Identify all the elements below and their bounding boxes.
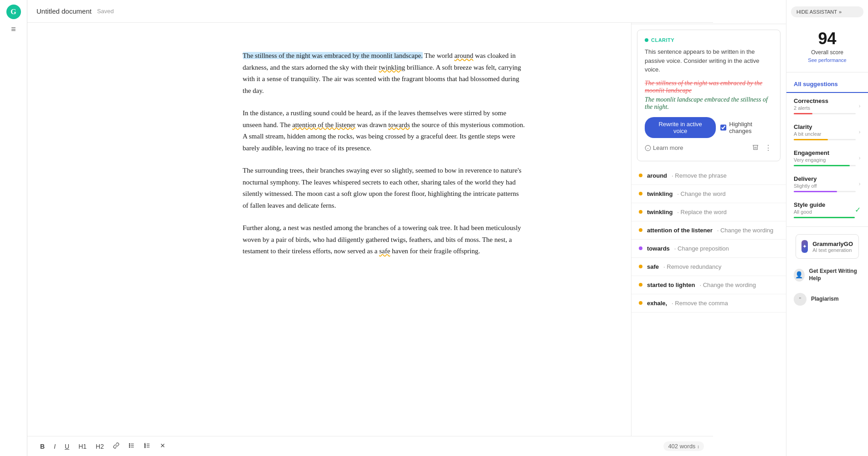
h2-button[interactable]: H2 <box>92 440 108 453</box>
editor-container: The stillness of the night was embraced … <box>55 0 713 456</box>
grammarly-go-container: ✦ GrammarlyGO AI text generation <box>786 231 868 262</box>
suggestions-panel: 13 All suggestions CLARITY This sentence… <box>631 0 786 456</box>
underline-safe: safe <box>379 247 390 255</box>
delete-suggestion-button[interactable] <box>751 143 760 154</box>
list-item[interactable]: around · Remove the phrase <box>632 167 786 185</box>
score-section-delivery[interactable]: Delivery Slightly off › <box>786 171 868 197</box>
suggestion-original-text: The stillness of the night was embraced … <box>645 80 773 94</box>
formatting-toolbar: B I U H1 H2 123 402 words ↕ <box>27 436 713 456</box>
chevron-right-icon: › <box>858 154 861 162</box>
highlight-changes-label: Highlight changes <box>720 121 773 134</box>
dot-icon <box>639 246 642 250</box>
card-actions: ⋮ <box>751 143 773 154</box>
learn-more-link[interactable]: Learn more <box>645 144 683 151</box>
hamburger-menu-button[interactable]: ≡ <box>9 23 18 36</box>
svg-text:3: 3 <box>144 446 145 448</box>
list-item[interactable]: twinkling · Replace the word <box>632 203 786 221</box>
bold-button[interactable]: B <box>36 440 48 453</box>
score-panel: HIDE ASSISTANT » 94 Overall score See pe… <box>786 0 868 456</box>
bullet-list-button[interactable] <box>125 440 139 453</box>
highlight-changes-checkbox[interactable] <box>720 124 726 131</box>
score-section-correctness[interactable]: Correctness 2 alerts › <box>786 93 868 119</box>
underline-around: around <box>454 52 473 59</box>
svg-point-5 <box>129 447 130 448</box>
hide-assistant-button[interactable]: HIDE ASSISTANT » <box>791 6 863 17</box>
paragraph-2[interactable]: In the distance, a rustling sound could … <box>243 108 525 154</box>
grammarly-go-icon: ✦ <box>801 240 808 253</box>
underline-button[interactable]: U <box>61 440 73 453</box>
plagiarism-icon: " <box>794 293 806 306</box>
dot-icon <box>639 210 642 214</box>
expert-title: Get Expert Writing Help <box>809 268 861 282</box>
list-item[interactable]: twinkling · Change the word <box>632 185 786 203</box>
rewrite-active-voice-button[interactable]: Rewrite in active voice <box>645 117 716 138</box>
dot-icon <box>639 283 642 287</box>
chevron-right-icon: › <box>858 128 861 136</box>
suggestion-category: CLARITY <box>645 37 773 43</box>
checkmark-icon: ✓ <box>855 205 861 214</box>
underline-towards: towards <box>388 121 410 128</box>
see-performance-link[interactable]: See performance <box>786 56 868 68</box>
overall-score-number: 94 <box>786 25 868 49</box>
paragraph-4[interactable]: Further along, a nest was nestled among … <box>243 222 525 257</box>
word-count[interactable]: 402 words ↕ <box>663 441 704 451</box>
document-title[interactable]: Untitled document <box>36 7 92 15</box>
overall-score-label: Overall score <box>786 49 868 56</box>
divider <box>786 226 868 227</box>
suggestion-list: around · Remove the phrase twinkling · C… <box>632 167 786 313</box>
highlighted-text: The stillness of the night was embraced … <box>243 52 423 59</box>
chevron-right-icon: › <box>858 102 861 110</box>
svg-point-3 <box>129 444 130 445</box>
grammarly-logo-icon[interactable]: G <box>6 5 21 19</box>
suggestion-card-expanded: CLARITY This sentence appears to be writ… <box>637 30 781 161</box>
underline-attention: attention of the listener <box>292 121 355 128</box>
numbered-list-button[interactable]: 123 <box>140 440 154 453</box>
dot-icon <box>639 174 642 177</box>
grammarly-go-section[interactable]: ✦ GrammarlyGO AI text generation <box>796 234 859 259</box>
learn-more-row: Learn more ⋮ <box>645 143 773 154</box>
italic-button[interactable]: I <box>50 440 59 453</box>
link-button[interactable] <box>109 440 123 453</box>
plagiarism-section[interactable]: " Plagiarism <box>786 287 868 311</box>
score-section-engagement[interactable]: Engagement Very engaging › <box>786 145 868 171</box>
divider <box>786 72 868 72</box>
paragraph-3[interactable]: The surrounding trees, their branches sw… <box>243 165 525 211</box>
grammarly-go-title: GrammarlyGO <box>812 241 853 247</box>
h1-button[interactable]: H1 <box>75 440 90 453</box>
category-dot-icon <box>645 38 648 42</box>
list-item[interactable]: started to lighten · Change the wording <box>632 276 786 294</box>
list-item[interactable]: exhale, · Remove the comma <box>632 294 786 313</box>
dot-icon <box>639 192 642 195</box>
editor-content[interactable]: The stillness of the night was embraced … <box>225 23 544 296</box>
dot-icon <box>639 228 642 232</box>
header: Untitled document Saved <box>27 0 713 23</box>
svg-point-4 <box>129 445 130 446</box>
underline-twinkling-1: twinkling <box>379 64 406 71</box>
more-options-button[interactable]: ⋮ <box>764 143 773 154</box>
left-toolbar: G ≡ <box>0 0 27 456</box>
dot-icon <box>639 301 642 305</box>
chevron-right-icon: › <box>858 180 861 188</box>
saved-status: Saved <box>97 8 114 15</box>
suggestion-replacement-text: The moonlit landscape embraced the still… <box>645 96 773 111</box>
grammarly-go-sub: AI text generation <box>812 247 853 253</box>
paragraph-1[interactable]: The stillness of the night was embraced … <box>243 50 525 97</box>
all-suggestions-tab[interactable]: All suggestions <box>786 76 868 93</box>
score-section-style-guide[interactable]: Style guide All good ✓ <box>786 197 868 223</box>
suggestion-actions: Rewrite in active voice Highlight change… <box>645 117 773 138</box>
list-item[interactable]: towards · Change preposition <box>632 240 786 258</box>
expert-writing-section[interactable]: 👤 Get Expert Writing Help <box>786 262 868 287</box>
suggestion-description: This sentence appears to be written in t… <box>645 47 773 74</box>
list-item[interactable]: safe · Remove redundancy <box>632 258 786 276</box>
clear-format-button[interactable] <box>156 440 169 453</box>
expert-icon: 👤 <box>794 269 805 282</box>
plagiarism-title: Plagiarism <box>811 296 839 303</box>
score-section-clarity[interactable]: Clarity A bit unclear › <box>786 119 868 145</box>
dot-icon <box>639 265 642 268</box>
list-item[interactable]: attention of the listener · Change the w… <box>632 221 786 240</box>
